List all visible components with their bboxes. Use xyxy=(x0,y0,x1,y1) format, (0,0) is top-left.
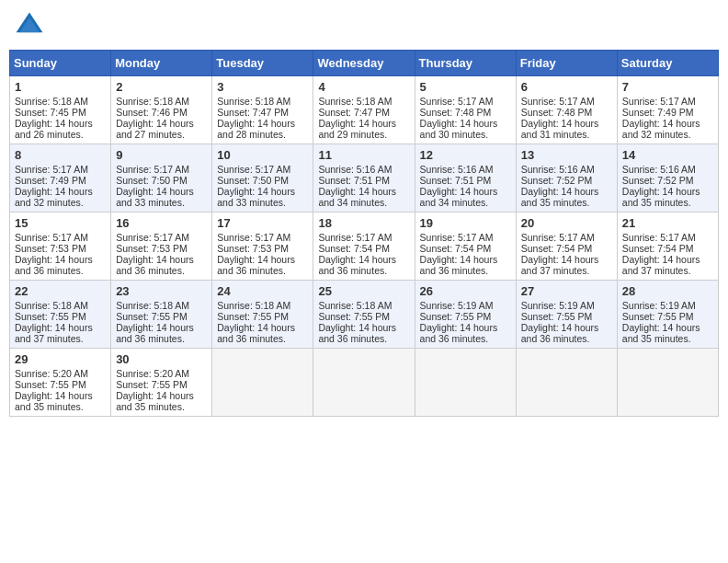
cell-text: Sunset: 7:55 PM xyxy=(217,311,308,322)
calendar-cell: 24Sunrise: 5:18 AMSunset: 7:55 PMDayligh… xyxy=(212,281,313,349)
cell-text: and 32 minutes. xyxy=(622,129,713,140)
day-number: 26 xyxy=(420,284,511,298)
calendar-cell: 8Sunrise: 5:17 AMSunset: 7:49 PMDaylight… xyxy=(10,144,111,213)
cell-text: Daylight: 14 hours xyxy=(15,186,106,197)
cell-text: Sunrise: 5:18 AM xyxy=(116,300,207,311)
cell-text: and 36 minutes. xyxy=(420,265,511,276)
cell-text: and 35 minutes. xyxy=(622,197,713,208)
cell-text: Sunrise: 5:18 AM xyxy=(15,96,106,107)
cell-text: Sunrise: 5:17 AM xyxy=(420,232,511,243)
cell-text: Daylight: 14 hours xyxy=(116,118,207,129)
cell-text: Sunset: 7:55 PM xyxy=(15,311,106,322)
cell-text: and 36 minutes. xyxy=(318,333,409,344)
cell-text: Daylight: 14 hours xyxy=(521,254,612,265)
cell-text: and 36 minutes. xyxy=(420,333,511,344)
calendar-cell xyxy=(617,349,718,417)
cell-text: Daylight: 14 hours xyxy=(116,186,207,197)
calendar-cell: 23Sunrise: 5:18 AMSunset: 7:55 PMDayligh… xyxy=(111,281,212,349)
day-number: 12 xyxy=(420,148,511,162)
calendar-cell xyxy=(313,349,415,417)
cell-text: Sunset: 7:52 PM xyxy=(521,175,612,186)
cell-text: and 37 minutes. xyxy=(15,333,106,344)
cell-text: and 27 minutes. xyxy=(116,129,207,140)
cell-text: Sunrise: 5:20 AM xyxy=(116,368,207,379)
day-number: 24 xyxy=(217,284,308,298)
cell-text: Sunrise: 5:18 AM xyxy=(217,96,308,107)
weekday-header: Saturday xyxy=(617,51,718,76)
cell-text: and 32 minutes. xyxy=(15,197,106,208)
cell-text: Sunset: 7:54 PM xyxy=(521,243,612,254)
cell-text: Daylight: 14 hours xyxy=(217,186,308,197)
cell-text: Daylight: 14 hours xyxy=(521,118,612,129)
weekday-header: Thursday xyxy=(415,51,516,76)
cell-text: Sunset: 7:47 PM xyxy=(217,107,308,118)
weekday-header: Tuesday xyxy=(212,51,313,76)
cell-text: Sunset: 7:51 PM xyxy=(318,175,409,186)
cell-text: Daylight: 14 hours xyxy=(217,118,308,129)
cell-text: Sunset: 7:55 PM xyxy=(622,311,713,322)
day-number: 4 xyxy=(318,80,409,94)
cell-text: and 26 minutes. xyxy=(15,129,106,140)
cell-text: Sunrise: 5:20 AM xyxy=(15,368,106,379)
calendar-cell: 21Sunrise: 5:17 AMSunset: 7:54 PMDayligh… xyxy=(617,213,718,281)
day-number: 11 xyxy=(318,148,409,162)
calendar-cell: 4Sunrise: 5:18 AMSunset: 7:47 PMDaylight… xyxy=(313,76,415,144)
day-number: 7 xyxy=(622,80,713,94)
day-number: 20 xyxy=(521,216,612,230)
cell-text: Daylight: 14 hours xyxy=(318,118,409,129)
page-header xyxy=(9,9,719,42)
cell-text: Sunrise: 5:16 AM xyxy=(318,164,409,175)
cell-text: and 33 minutes. xyxy=(116,197,207,208)
calendar-cell: 6Sunrise: 5:17 AMSunset: 7:48 PMDaylight… xyxy=(516,76,617,144)
cell-text: and 36 minutes. xyxy=(217,265,308,276)
cell-text: Daylight: 14 hours xyxy=(217,254,308,265)
cell-text: Sunrise: 5:17 AM xyxy=(116,164,207,175)
logo-icon xyxy=(13,9,46,42)
calendar-cell: 14Sunrise: 5:16 AMSunset: 7:52 PMDayligh… xyxy=(617,144,718,213)
calendar-cell: 12Sunrise: 5:16 AMSunset: 7:51 PMDayligh… xyxy=(415,144,516,213)
cell-text: Sunset: 7:48 PM xyxy=(521,107,612,118)
cell-text: Daylight: 14 hours xyxy=(217,322,308,333)
day-number: 13 xyxy=(521,148,612,162)
weekday-header: Monday xyxy=(111,51,212,76)
cell-text: Sunrise: 5:17 AM xyxy=(15,164,106,175)
cell-text: Daylight: 14 hours xyxy=(15,322,106,333)
cell-text: Sunrise: 5:18 AM xyxy=(217,300,308,311)
day-number: 30 xyxy=(116,352,207,366)
calendar-cell: 3Sunrise: 5:18 AMSunset: 7:47 PMDaylight… xyxy=(212,76,313,144)
cell-text: and 36 minutes. xyxy=(318,265,409,276)
cell-text: Daylight: 14 hours xyxy=(420,186,511,197)
cell-text: Sunset: 7:54 PM xyxy=(318,243,409,254)
cell-text: and 35 minutes. xyxy=(15,401,106,412)
cell-text: Daylight: 14 hours xyxy=(622,322,713,333)
cell-text: Sunrise: 5:17 AM xyxy=(217,164,308,175)
calendar-cell: 7Sunrise: 5:17 AMSunset: 7:49 PMDaylight… xyxy=(617,76,718,144)
cell-text: Daylight: 14 hours xyxy=(318,186,409,197)
cell-text: and 35 minutes. xyxy=(521,197,612,208)
cell-text: Sunset: 7:50 PM xyxy=(217,175,308,186)
cell-text: and 31 minutes. xyxy=(521,129,612,140)
calendar-cell: 29Sunrise: 5:20 AMSunset: 7:55 PMDayligh… xyxy=(10,349,111,417)
calendar-cell: 19Sunrise: 5:17 AMSunset: 7:54 PMDayligh… xyxy=(415,213,516,281)
day-number: 27 xyxy=(521,284,612,298)
calendar-cell: 13Sunrise: 5:16 AMSunset: 7:52 PMDayligh… xyxy=(516,144,617,213)
cell-text: Sunset: 7:49 PM xyxy=(15,175,106,186)
cell-text: Sunrise: 5:17 AM xyxy=(116,232,207,243)
cell-text: Daylight: 14 hours xyxy=(116,322,207,333)
cell-text: Sunrise: 5:18 AM xyxy=(15,300,106,311)
calendar-cell: 26Sunrise: 5:19 AMSunset: 7:55 PMDayligh… xyxy=(415,281,516,349)
cell-text: Sunrise: 5:16 AM xyxy=(622,164,713,175)
cell-text: Daylight: 14 hours xyxy=(15,254,106,265)
cell-text: Sunset: 7:48 PM xyxy=(420,107,511,118)
cell-text: and 37 minutes. xyxy=(521,265,612,276)
cell-text: Sunset: 7:55 PM xyxy=(116,311,207,322)
day-number: 1 xyxy=(15,80,106,94)
cell-text: and 28 minutes. xyxy=(217,129,308,140)
cell-text: Sunrise: 5:16 AM xyxy=(420,164,511,175)
weekday-header: Sunday xyxy=(10,51,111,76)
cell-text: Sunrise: 5:19 AM xyxy=(420,300,511,311)
day-number: 15 xyxy=(15,216,106,230)
calendar-cell: 16Sunrise: 5:17 AMSunset: 7:53 PMDayligh… xyxy=(111,213,212,281)
cell-text: Daylight: 14 hours xyxy=(15,118,106,129)
cell-text: Daylight: 14 hours xyxy=(420,254,511,265)
